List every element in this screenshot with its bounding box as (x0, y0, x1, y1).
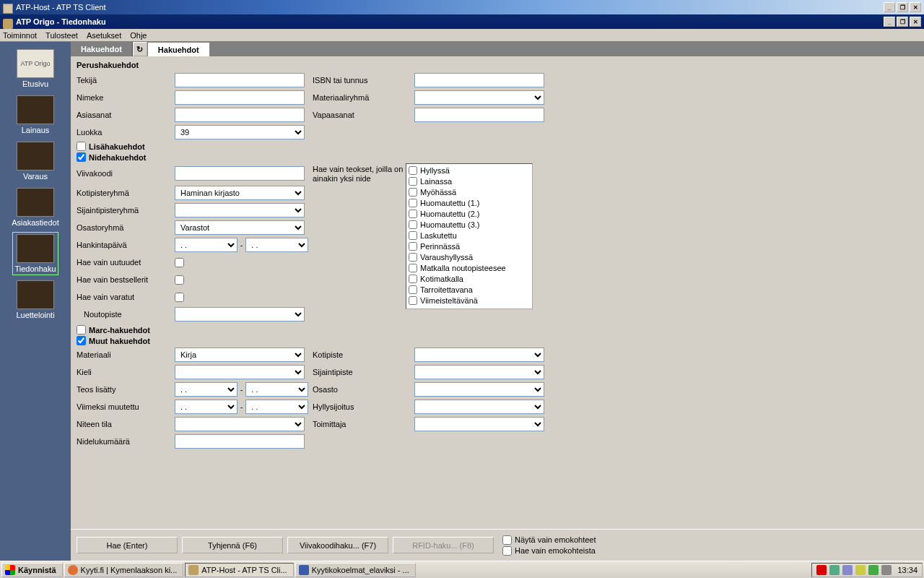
input-tekija[interactable] (175, 73, 305, 87)
select-hyllysijoitus[interactable] (414, 400, 544, 414)
status-option[interactable]: Kotimatkalla (407, 273, 531, 284)
status-checkbox[interactable] (409, 275, 417, 283)
chk-varatut[interactable] (175, 293, 184, 302)
tab-hakuehdot[interactable]: Hakuehdot (71, 42, 133, 56)
input-nidelukumaara[interactable] (175, 434, 305, 449)
inner-maximize-button[interactable]: ❐ (897, 17, 908, 27)
status-checkbox[interactable] (409, 177, 417, 186)
select-sijaintipisteryhma[interactable] (175, 203, 305, 217)
select-osastoryhma[interactable]: Varastot (175, 220, 305, 235)
menu-tulosteet[interactable]: Tulosteet (45, 31, 78, 40)
select-toimittaja[interactable] (414, 417, 544, 431)
chk-marc[interactable] (77, 325, 86, 335)
chk-lisa[interactable] (77, 142, 86, 151)
inner-minimize-button[interactable]: _ (884, 17, 895, 27)
minimize-button[interactable]: _ (884, 2, 895, 12)
start-button[interactable]: Käynnistä (1, 563, 63, 577)
maximize-button[interactable]: ❐ (897, 2, 908, 12)
status-listbox[interactable]: HyllyssäLainassaMyöhässäHuomautettu (1.)… (406, 163, 533, 309)
menu-ohje[interactable]: Ohje (130, 31, 147, 40)
status-option[interactable]: Myöhässä (407, 186, 531, 197)
input-nimeke[interactable] (175, 90, 305, 105)
select-kieli[interactable] (175, 365, 305, 379)
rfidhaku-button[interactable]: RFID-haku... (F8) (393, 537, 494, 553)
status-checkbox[interactable] (409, 285, 417, 294)
status-checkbox[interactable] (409, 231, 417, 240)
select-hankinta-to[interactable]: . . (245, 238, 308, 252)
chk-muut[interactable] (77, 336, 86, 345)
select-osasto[interactable] (414, 382, 544, 397)
tray-icon-2[interactable] (829, 565, 840, 575)
tray-icon-1[interactable] (816, 565, 827, 575)
status-option[interactable]: Huomautettu (1.) (407, 197, 531, 208)
status-option[interactable]: Viimeisteltävänä (407, 295, 531, 306)
select-materiaali[interactable]: Kirja (175, 348, 305, 362)
select-noutopiste[interactable] (175, 307, 305, 322)
tray-icon-6[interactable] (881, 565, 892, 575)
status-option[interactable]: Varaushyllyssä (407, 251, 531, 262)
select-teoslisatty-from[interactable]: . . (175, 382, 237, 397)
sidebar-item-asiakastiedot[interactable]: Asiakastiedot (10, 186, 60, 228)
select-materiaaliryhma[interactable] (414, 90, 544, 105)
tray-icon-3[interactable] (842, 565, 853, 575)
inner-close-button[interactable]: ✕ (910, 17, 921, 27)
task-firefox[interactable]: Kyyti.fi | Kymenlaakson ki... (64, 563, 184, 577)
label-nimeke: Nimeke (77, 90, 170, 105)
status-option[interactable]: Matkalla noutopisteesee (407, 262, 531, 273)
status-checkbox[interactable] (409, 264, 417, 272)
input-vapaasanat[interactable] (414, 108, 544, 122)
sidebar-item-tiedonhaku[interactable]: Tiedonhaku (13, 233, 57, 275)
sidebar-item-luettelointi[interactable]: Luettelointi (14, 279, 56, 321)
select-luokka[interactable]: 39 (175, 125, 305, 139)
status-checkbox[interactable] (409, 166, 417, 175)
status-option[interactable]: Lainassa (407, 176, 531, 186)
viivakoodihaku-button[interactable]: Viivakoodihaku... (F7) (287, 537, 388, 553)
select-niteentila[interactable] (175, 417, 305, 431)
tray-icon-4[interactable] (855, 565, 866, 575)
sidebar-item-etusivu[interactable]: ATP OrigoEtusivu (15, 48, 56, 90)
select-sijaintipiste[interactable] (414, 365, 544, 379)
chk-nayta-emo[interactable] (502, 535, 512, 545)
tyhjenna-button[interactable]: Tyhjennä (F6) (182, 537, 283, 553)
tab-hakuehdot-active[interactable]: Hakuehdot (147, 42, 210, 56)
status-checkbox[interactable] (409, 210, 417, 218)
close-button[interactable]: ✕ (910, 2, 921, 12)
chk-hae-emo-label[interactable]: Hae vain emokohteista (502, 546, 596, 556)
select-teoslisatty-to[interactable]: . . (245, 382, 308, 397)
input-viivakoodi[interactable] (175, 166, 305, 181)
chk-bestsellerit[interactable] (175, 275, 184, 285)
status-option[interactable]: Tarroitettavana (407, 284, 531, 295)
select-viimeksi-from[interactable]: . . (175, 400, 237, 414)
chk-nayta-emo-label[interactable]: Näytä vain emokohteet (502, 535, 596, 545)
sidebar-item-lainaus[interactable]: Lainaus (15, 94, 56, 136)
chk-nide[interactable] (77, 152, 86, 162)
status-checkbox[interactable] (409, 253, 417, 262)
select-hankinta-from[interactable]: . . (175, 238, 237, 252)
status-checkbox[interactable] (409, 296, 417, 305)
task-atphost[interactable]: ATP-Host - ATP TS Cli... (185, 563, 293, 577)
refresh-icon[interactable]: ↻ (133, 42, 147, 56)
status-option[interactable]: Huomautettu (2.) (407, 208, 531, 219)
task-word[interactable]: Kyytikokoelmat_elaviksi - ... (295, 563, 416, 577)
chk-hae-emo[interactable] (502, 546, 512, 556)
sidebar-item-varaus[interactable]: Varaus (15, 140, 56, 182)
select-kotipiste[interactable] (414, 348, 544, 362)
status-option[interactable]: Huomautettu (3.) (407, 219, 531, 230)
status-checkbox[interactable] (409, 199, 417, 207)
menu-toiminnot[interactable]: Toiminnot (3, 31, 37, 40)
status-checkbox[interactable] (409, 220, 417, 229)
status-option[interactable]: Laskutettu (407, 230, 531, 241)
select-viimeksi-to[interactable]: . . (245, 400, 308, 414)
menu-asetukset[interactable]: Asetukset (87, 31, 121, 40)
sidebar-icon (17, 142, 54, 171)
input-isbn[interactable] (414, 73, 544, 87)
select-kotipisteryhma[interactable]: Haminan kirjasto (175, 186, 305, 200)
hae-button[interactable]: Hae (Enter) (77, 537, 178, 553)
status-option[interactable]: Hyllyssä (407, 165, 531, 176)
input-asiasanat[interactable] (175, 108, 305, 122)
status-option[interactable]: Perinnässä (407, 241, 531, 251)
tray-icon-5[interactable] (868, 565, 879, 575)
status-checkbox[interactable] (409, 242, 417, 251)
chk-uutuudet[interactable] (175, 258, 184, 267)
status-checkbox[interactable] (409, 188, 417, 197)
